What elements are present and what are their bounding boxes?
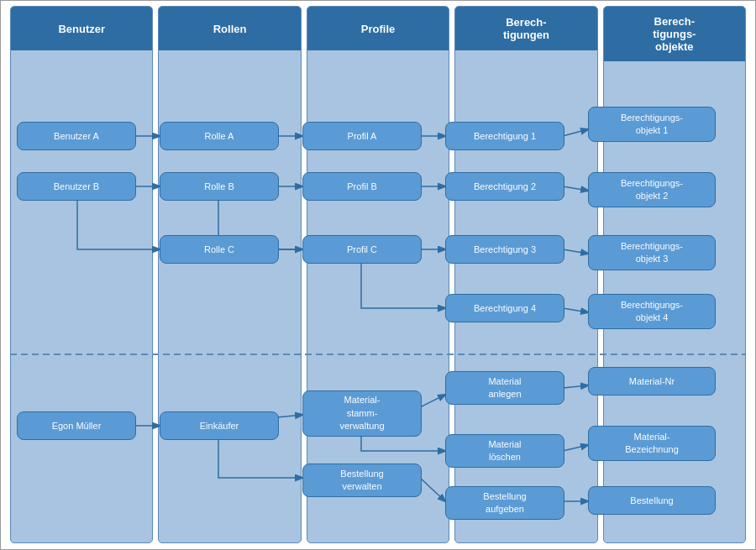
node-obj4: Berechtigungs-objekt 4 (588, 294, 716, 329)
node-obj3: Berechtigungs-objekt 3 (588, 235, 716, 270)
node-bestellungverw: Bestellungverwalten (302, 464, 422, 497)
node-egon: Egon Müller (17, 411, 136, 440)
node-materialLoeschen: Materiallöschen (445, 434, 564, 468)
node-profilC: Profil C (302, 235, 422, 264)
node-berech4: Berechtigung 4 (445, 294, 564, 322)
node-profilB: Profil B (302, 172, 422, 201)
node-benutzerB: Benutzer B (17, 172, 136, 201)
node-materialNr: Material-Nr (588, 367, 716, 395)
node-einkaeufer: Einkäufer (160, 411, 279, 440)
node-rolleA: Rolle A (160, 122, 279, 150)
node-materialstamm: Material-stamm-verwaltung (302, 390, 422, 437)
column-profile: Profile (307, 6, 449, 543)
col-header-profile: Profile (307, 7, 449, 50)
node-bestellungAufgeben: Bestellungaufgeben (445, 486, 564, 520)
column-benutzer: Benutzer (10, 6, 153, 543)
node-benutzerA: Benutzer A (17, 122, 136, 150)
node-materialBez: Material-Bezeichnung (588, 426, 716, 461)
col-header-rollen: Rollen (159, 7, 300, 50)
col-header-berechtigungsobjekte: Berech-tigungs-objekte (604, 7, 745, 61)
diagram-wrapper: Benutzer Rollen Profile Berech-tigungen … (0, 0, 756, 550)
node-berech1: Berechtigung 1 (445, 122, 564, 150)
node-bestellung: Bestellung (588, 486, 716, 515)
col-header-berechtigungen: Berech-tigungen (455, 7, 596, 50)
node-obj1: Berechtigungs-objekt 1 (588, 107, 716, 142)
node-obj2: Berechtigungs-objekt 2 (588, 172, 716, 207)
node-berech3: Berechtigung 3 (445, 235, 564, 264)
node-profilA: Profil A (302, 122, 422, 150)
column-rollen: Rollen (158, 6, 301, 543)
col-header-benutzer: Benutzer (11, 7, 152, 50)
node-berech2: Berechtigung 2 (445, 172, 564, 201)
node-rolleB: Rolle B (160, 172, 279, 201)
node-rolleC: Rolle C (160, 235, 279, 264)
node-materialAnlegen: Materialanlegen (445, 371, 564, 405)
column-berechtigungsobjekte: Berech-tigungs-objekte (603, 6, 746, 543)
